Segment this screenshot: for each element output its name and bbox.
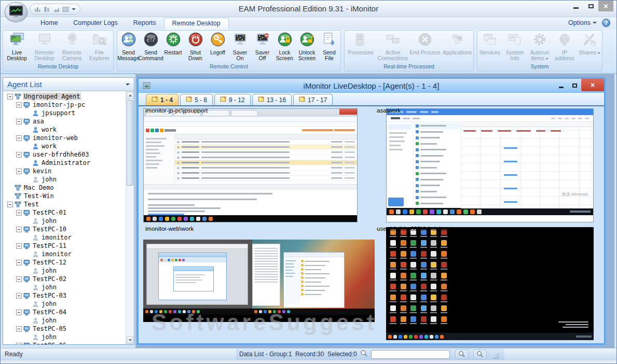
chart-columns-icon[interactable] [44, 6, 50, 12]
expander-icon[interactable] [16, 119, 22, 124]
scroll-down-icon[interactable] [127, 337, 133, 344]
livedesktop-tab-13-16[interactable]: 13 - 16 [252, 94, 292, 105]
search-all-button[interactable] [473, 349, 487, 359]
tree-item-ungrouped-agent[interactable]: Ungrouped Agent [3, 92, 126, 101]
saver-on-button[interactable]: Saver On [229, 32, 251, 62]
expander-icon[interactable] [16, 135, 22, 141]
unlock-screen-button[interactable]: Unlock Screen [296, 32, 318, 62]
desktop-icon[interactable] [408, 261, 419, 272]
desktop-icon[interactable] [419, 293, 429, 304]
tree-item-john[interactable]: john [3, 300, 126, 308]
desktop-icon[interactable] [408, 239, 419, 250]
livedesktop-minimize-button[interactable] [554, 81, 568, 90]
shut-down-button[interactable]: Shut Down [184, 32, 207, 62]
tree-item-testpc-11[interactable]: TestPC-11 [3, 242, 126, 250]
livedesktop-maximize-button[interactable] [568, 81, 581, 90]
tree-item-user-bfrdhhe603[interactable]: user-bfrdhhe603 [3, 150, 126, 159]
expander-icon[interactable] [16, 210, 22, 216]
help-button[interactable]: ? [602, 19, 610, 27]
desktop-icon[interactable] [399, 239, 409, 250]
desktop-thumbnail-imonitor-web[interactable] [143, 240, 375, 322]
expander-icon[interactable] [16, 326, 22, 332]
expander-icon[interactable] [16, 227, 22, 232]
tree-item-mac-demo[interactable]: Mac Demo [3, 184, 126, 192]
desktop-icon[interactable] [388, 261, 399, 272]
tree-item-testpc-06[interactable]: TestPC-06 [3, 341, 126, 344]
expander-icon[interactable] [16, 243, 22, 249]
resize-grip[interactable] [492, 353, 499, 359]
tree-item-work[interactable]: work [3, 125, 126, 134]
expander-icon[interactable] [16, 276, 22, 282]
tree-item-john[interactable]: john [3, 175, 126, 184]
tree-item-testpc-05[interactable]: TestPC-05 [3, 325, 126, 333]
maximize-button[interactable] [583, 1, 598, 11]
tree-scrollbar[interactable] [126, 91, 134, 344]
expander-icon[interactable] [16, 293, 22, 299]
expander-icon[interactable] [16, 343, 22, 345]
minimize-button[interactable] [568, 1, 583, 11]
tab-reports[interactable]: Reports [126, 17, 164, 29]
tree-item-testpc-10[interactable]: TestPC-10 [3, 225, 126, 233]
desktop-icon[interactable] [429, 250, 439, 261]
send-command-button[interactable]: c:/Send Command [140, 32, 162, 62]
desktop-icon[interactable] [439, 261, 449, 272]
desktop-icon[interactable] [419, 315, 429, 326]
desktop-icon[interactable] [388, 315, 399, 326]
tree-item-testpc-01[interactable]: TestPC-01 [3, 208, 126, 217]
expander-icon[interactable] [16, 152, 22, 158]
send-message-button[interactable]: Send Message [117, 32, 140, 62]
desktop-icon[interactable] [408, 250, 419, 261]
collapse-panel-icon[interactable] [126, 83, 130, 86]
tree-item-test-win[interactable]: Test-Win [3, 192, 126, 200]
desktop-icon[interactable] [439, 250, 449, 261]
desktop-icon[interactable] [408, 283, 419, 293]
desktop-icon[interactable] [419, 304, 429, 315]
desktop-icon[interactable] [408, 272, 419, 283]
tree-item-testpc-03[interactable]: TestPC-03 [3, 291, 126, 300]
scrollbar-thumb[interactable] [127, 100, 133, 186]
livedesktop-close-button[interactable]: × [581, 79, 604, 91]
tree-item-administrator[interactable]: Administrator [3, 159, 126, 167]
desktop-thumbnail-asa[interactable]: 激活 Windows [386, 108, 594, 222]
desktop-thumbnail-imonitor-jp-pc[interactable] [143, 108, 358, 222]
tree-item-john[interactable]: john [3, 267, 126, 275]
tab-home[interactable]: Home [33, 17, 65, 29]
desktop-icon[interactable] [399, 293, 409, 304]
chart-bars-icon[interactable] [34, 6, 41, 12]
tab-computer-logs[interactable]: Computer Logs [65, 17, 125, 29]
expander-icon[interactable] [16, 102, 22, 108]
desktop-icon[interactable] [439, 315, 449, 326]
expander-icon[interactable] [16, 310, 22, 315]
desktop-icon[interactable] [388, 272, 399, 283]
lock-screen-button[interactable]: Lock Screen [273, 32, 296, 62]
tree-item-jpsupport[interactable]: jpsupport [3, 109, 126, 117]
tree-item-john[interactable]: john [3, 217, 126, 225]
app-logo-icon[interactable] [5, 2, 28, 22]
desktop-icon[interactable] [439, 304, 449, 315]
tree-item-testpc-04[interactable]: TestPC-04 [3, 308, 126, 316]
expander-icon[interactable] [16, 260, 22, 265]
desktop-icon[interactable] [408, 293, 419, 304]
tree-item-kevin[interactable]: kevin [3, 167, 126, 175]
desktop-icon[interactable] [419, 272, 429, 283]
tree-item-asa[interactable]: asa [3, 117, 126, 125]
options-menu[interactable]: Options [568, 19, 597, 26]
desktop-icon[interactable] [439, 283, 449, 293]
desktop-icon[interactable] [429, 293, 439, 304]
tab-remote-desktop[interactable]: Remote Desktop [164, 18, 229, 29]
desktop-icon[interactable] [439, 239, 449, 250]
expander-icon[interactable] [7, 94, 13, 100]
desktop-icon[interactable] [388, 293, 399, 304]
send-file-button[interactable]: Send File [318, 32, 340, 62]
tree-item-testpc-02[interactable]: TestPC-02 [3, 275, 126, 283]
image-icon[interactable] [62, 6, 69, 12]
desktop-icon[interactable] [388, 283, 399, 293]
live-desktop-button[interactable]: Live Desktop [3, 32, 31, 62]
desktop-icon[interactable] [419, 283, 429, 293]
desktop-icon[interactable] [388, 250, 399, 261]
tree-item-imonitor[interactable]: imonitor [3, 250, 126, 258]
livedesktop-tab-1-4[interactable]: 1 - 4 [146, 94, 179, 105]
desktop-icon[interactable] [399, 261, 409, 272]
tree-item-imonitor[interactable]: imonitor [3, 233, 126, 242]
desktop-icon[interactable] [429, 315, 439, 326]
